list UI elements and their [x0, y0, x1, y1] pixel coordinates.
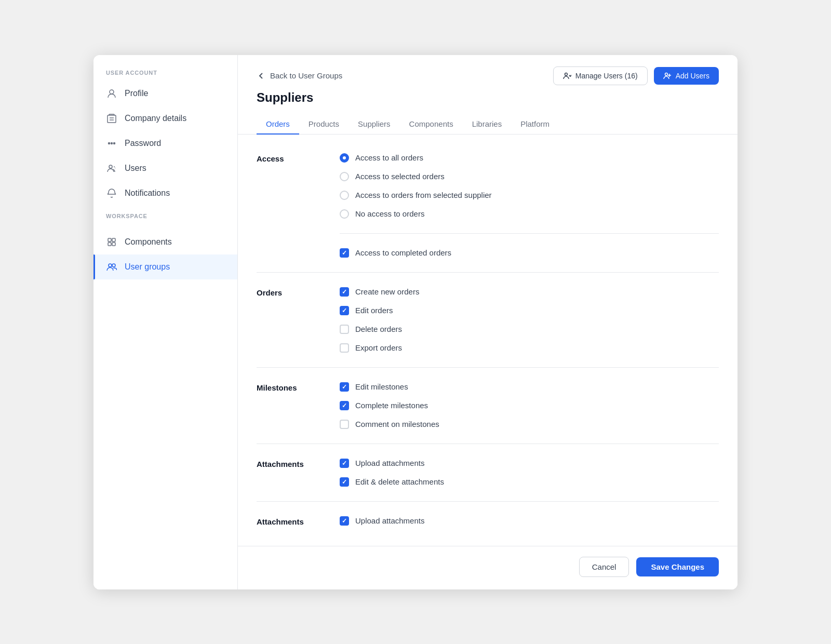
- checkbox-complete-milestones[interactable]: [340, 401, 349, 410]
- svg-point-6: [114, 142, 115, 144]
- section-orders: Orders Create new orders Edit orders Del…: [257, 287, 719, 368]
- option-edit-orders-label: Edit orders: [355, 306, 393, 315]
- option-delete-orders-label: Delete orders: [355, 325, 402, 333]
- radio-selected-orders[interactable]: [340, 172, 349, 181]
- sidebar-item-notifications-label: Notifications: [125, 189, 170, 198]
- section-attachments-label: Attachments: [257, 459, 340, 487]
- checkbox-upload-attachments2[interactable]: [340, 516, 349, 526]
- option-upload-attachments2[interactable]: Upload attachments: [340, 516, 719, 526]
- option-create-orders-label: Create new orders: [355, 287, 419, 296]
- sidebar-item-notifications[interactable]: Notifications: [93, 181, 237, 206]
- svg-rect-11: [112, 243, 115, 246]
- sidebar-item-password[interactable]: Password: [93, 131, 237, 156]
- option-completed-orders[interactable]: Access to completed orders: [340, 248, 719, 258]
- svg-point-5: [111, 142, 113, 144]
- section-orders-options: Create new orders Edit orders Delete ord…: [340, 287, 719, 353]
- option-no-access[interactable]: No access to orders: [340, 209, 719, 219]
- option-all-orders[interactable]: Access to all orders: [340, 153, 719, 163]
- sidebar-item-profile[interactable]: Profile: [93, 81, 237, 106]
- option-selected-orders[interactable]: Access to selected orders: [340, 172, 719, 181]
- permissions-content: Access Access to all orders Access to se…: [238, 135, 738, 546]
- option-edit-milestones[interactable]: Edit milestones: [340, 382, 719, 392]
- checkbox-create-orders[interactable]: [340, 287, 349, 297]
- sidebar-item-user-groups[interactable]: User groups: [93, 254, 237, 279]
- back-link[interactable]: Back to User Groups: [257, 71, 342, 81]
- option-comment-milestones[interactable]: Comment on milestones: [340, 420, 719, 429]
- option-selected-orders-label: Access to selected orders: [355, 172, 445, 181]
- page-title: Suppliers: [238, 85, 738, 105]
- sidebar: USER ACCOUNT Profile Company de: [93, 55, 238, 589]
- sidebar-item-company-details[interactable]: Company details: [93, 106, 237, 131]
- cancel-button[interactable]: Cancel: [579, 557, 629, 577]
- sidebar-item-company-details-label: Company details: [125, 114, 186, 123]
- option-delete-orders[interactable]: Delete orders: [340, 325, 719, 334]
- section-milestones-options: Edit milestones Complete milestones Comm…: [340, 382, 719, 429]
- checkbox-edit-milestones[interactable]: [340, 382, 349, 392]
- option-export-orders[interactable]: Export orders: [340, 343, 719, 353]
- tab-libraries[interactable]: Libraries: [463, 114, 512, 135]
- sidebar-section-workspace: WORKSPACE: [93, 213, 237, 224]
- sidebar-item-components[interactable]: Components: [93, 230, 237, 254]
- tab-components[interactable]: Components: [400, 114, 463, 135]
- access-divider: [340, 233, 719, 234]
- option-edit-milestones-label: Edit milestones: [355, 382, 408, 391]
- option-complete-milestones[interactable]: Complete milestones: [340, 401, 719, 410]
- section-attachments: Attachments Upload attachments Edit & de…: [257, 459, 719, 502]
- app-window: USER ACCOUNT Profile Company de: [93, 55, 738, 589]
- add-users-button[interactable]: Add Users: [654, 67, 719, 85]
- checkbox-edit-delete-attachments[interactable]: [340, 477, 349, 487]
- sidebar-section-user-account: USER ACCOUNT: [93, 70, 237, 81]
- back-link-label: Back to User Groups: [270, 71, 342, 80]
- section-attachments-options: Upload attachments Edit & delete attachm…: [340, 459, 719, 487]
- save-changes-button[interactable]: Save Changes: [636, 557, 719, 576]
- main-content: Back to User Groups Manage Users (16): [238, 55, 738, 589]
- svg-point-12: [109, 264, 112, 267]
- topbar-actions: Manage Users (16) Add Users: [553, 66, 719, 85]
- tab-platform[interactable]: Platform: [511, 114, 559, 135]
- checkbox-comment-milestones[interactable]: [340, 420, 349, 429]
- sidebar-item-users-label: Users: [125, 164, 146, 173]
- sidebar-item-user-groups-label: User groups: [125, 262, 170, 272]
- svg-rect-10: [108, 243, 111, 246]
- option-complete-milestones-label: Complete milestones: [355, 401, 428, 410]
- section-access: Access Access to all orders Access to se…: [257, 153, 719, 273]
- svg-point-13: [112, 264, 115, 267]
- checkbox-export-orders[interactable]: [340, 343, 349, 353]
- tab-orders[interactable]: Orders: [257, 114, 299, 135]
- option-all-orders-label: Access to all orders: [355, 153, 423, 162]
- profile-icon: [106, 88, 117, 99]
- option-orders-from-supplier[interactable]: Access to orders from selected supplier: [340, 191, 719, 200]
- checkbox-edit-orders[interactable]: [340, 306, 349, 315]
- back-arrow-icon: [257, 71, 266, 81]
- svg-point-4: [109, 142, 110, 144]
- option-edit-delete-attachments-label: Edit & delete attachments: [355, 477, 444, 486]
- sidebar-item-components-label: Components: [125, 237, 172, 247]
- tab-suppliers[interactable]: Suppliers: [349, 114, 400, 135]
- section-milestones-label: Milestones: [257, 382, 340, 429]
- tabs: Orders Products Suppliers Components Lib…: [238, 107, 738, 135]
- radio-all-orders[interactable]: [340, 153, 349, 163]
- option-create-orders[interactable]: Create new orders: [340, 287, 719, 297]
- tab-products[interactable]: Products: [299, 114, 349, 135]
- section-attachments2: Attachments Upload attachments: [257, 516, 719, 531]
- checkbox-completed-orders[interactable]: [340, 248, 349, 258]
- option-edit-orders[interactable]: Edit orders: [340, 306, 719, 315]
- radio-no-access[interactable]: [340, 209, 349, 219]
- topbar: Back to User Groups Manage Users (16): [238, 55, 738, 85]
- svg-point-15: [665, 73, 667, 75]
- svg-rect-9: [112, 238, 115, 242]
- radio-orders-from-supplier[interactable]: [340, 191, 349, 200]
- manage-users-button[interactable]: Manage Users (16): [553, 66, 648, 85]
- add-users-icon: [663, 72, 672, 80]
- sidebar-item-password-label: Password: [125, 139, 161, 148]
- sidebar-item-users[interactable]: Users: [93, 156, 237, 181]
- svg-point-7: [109, 165, 112, 168]
- components-icon: [106, 236, 117, 248]
- add-users-label: Add Users: [676, 72, 709, 80]
- option-edit-delete-attachments[interactable]: Edit & delete attachments: [340, 477, 719, 487]
- option-upload-attachments[interactable]: Upload attachments: [340, 459, 719, 468]
- option-completed-orders-label: Access to completed orders: [355, 248, 451, 257]
- checkbox-upload-attachments[interactable]: [340, 459, 349, 468]
- company-icon: [106, 113, 117, 124]
- checkbox-delete-orders[interactable]: [340, 325, 349, 334]
